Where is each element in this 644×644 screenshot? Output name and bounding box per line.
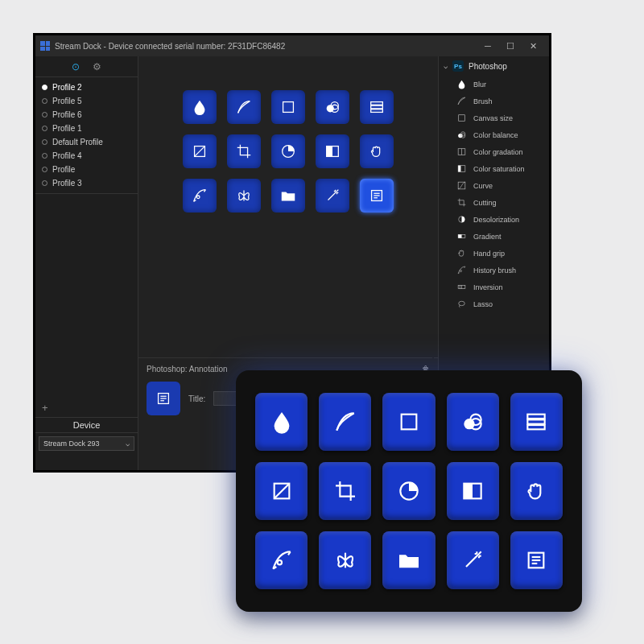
- add-profile-button[interactable]: +: [35, 402, 138, 418]
- window-title: Stream Dock - Device connected serial nu…: [55, 42, 285, 51]
- action-item[interactable]: Gradient: [439, 228, 549, 245]
- editor-breadcrumb: Photoshop: Annotation: [147, 365, 228, 374]
- key-wand[interactable]: [316, 179, 349, 213]
- action-item[interactable]: Color gradation: [439, 143, 549, 160]
- saturation-icon: [456, 163, 467, 174]
- action-item[interactable]: History brush: [439, 262, 549, 279]
- hand-icon: [456, 248, 467, 258]
- hw-key-butterfly: [319, 531, 371, 589]
- action-label: Cutting: [473, 199, 497, 207]
- profile-item[interactable]: Profile 3: [35, 176, 138, 190]
- profile-label: Profile 3: [52, 179, 82, 188]
- canvas-icon: [456, 113, 467, 123]
- key-canvas[interactable]: [271, 90, 305, 124]
- key-history[interactable]: [183, 179, 217, 213]
- profile-item[interactable]: Profile 1: [35, 122, 138, 135]
- action-item[interactable]: Blur: [439, 76, 549, 93]
- key-crop[interactable]: [227, 134, 261, 168]
- action-item[interactable]: Color saturation: [439, 160, 549, 177]
- device-select[interactable]: Stream Dock 293 ⌵: [39, 436, 134, 451]
- action-item[interactable]: Lasso: [439, 295, 549, 312]
- hw-key-crop-diag: [255, 462, 308, 520]
- chevron-down-icon: ⌵: [444, 62, 448, 70]
- key-blur[interactable]: [183, 90, 217, 124]
- action-item[interactable]: Color balance: [439, 126, 549, 143]
- device-cable: [432, 338, 434, 372]
- hw-key-split: [447, 462, 499, 520]
- hw-key-crop: [319, 462, 371, 520]
- action-label: Inversion: [473, 283, 503, 291]
- action-label: Lasso: [473, 300, 493, 308]
- category-header[interactable]: ⌵ Ps Photoshop: [439, 56, 549, 76]
- key-split[interactable]: [316, 134, 349, 168]
- key-hand[interactable]: [360, 134, 394, 168]
- profile-label: Profile 4: [52, 151, 82, 160]
- action-label: Color saturation: [473, 165, 525, 173]
- profile-label: Profile 1: [52, 124, 82, 133]
- key-grid: [138, 56, 438, 235]
- key-pie[interactable]: [271, 134, 305, 168]
- profile-list: Profile 2Profile 5Profile 6Profile 1Defa…: [35, 77, 138, 193]
- hw-key-pie: [382, 462, 435, 520]
- photoshop-icon: Ps: [452, 60, 464, 72]
- home-tab-icon[interactable]: ⊙: [72, 61, 80, 72]
- action-item[interactable]: Canvas size: [439, 109, 549, 126]
- close-button[interactable]: ✕: [522, 35, 544, 56]
- profile-label: Profile 6: [52, 110, 82, 119]
- profile-item[interactable]: Profile 2: [35, 80, 138, 94]
- radio-icon: [42, 180, 47, 186]
- app-icon: [40, 41, 50, 51]
- hw-key-folder: [382, 531, 435, 589]
- key-colorbalance[interactable]: [316, 90, 349, 124]
- lasso-icon: [456, 299, 467, 309]
- maximize-button[interactable]: ☐: [499, 35, 522, 56]
- history-icon: [456, 265, 467, 275]
- title-label: Title:: [188, 394, 205, 403]
- sidebar: ⊙ ⚙ Profile 2Profile 5Profile 6Profile 1…: [35, 56, 138, 470]
- titlebar[interactable]: Stream Dock - Device connected serial nu…: [35, 35, 549, 56]
- action-item[interactable]: Desolorization: [439, 211, 549, 228]
- radio-icon: [42, 85, 47, 90]
- gradient-icon: [456, 231, 467, 242]
- key-annotation[interactable]: [360, 179, 394, 213]
- action-item[interactable]: Brush: [439, 93, 549, 109]
- action-item[interactable]: Hand grip: [439, 245, 549, 262]
- action-item[interactable]: Curve: [439, 177, 549, 194]
- profile-label: Profile 2: [52, 83, 82, 92]
- key-brush[interactable]: [227, 90, 261, 124]
- desat-icon: [456, 214, 467, 225]
- hw-key-filter: [510, 393, 563, 451]
- key-preview[interactable]: [147, 382, 180, 415]
- device-header: Device: [35, 418, 138, 433]
- profile-label: Profile: [52, 165, 75, 174]
- key-crop-diag[interactable]: [183, 134, 217, 168]
- key-folder[interactable]: [271, 179, 305, 213]
- radio-icon: [42, 153, 47, 159]
- profile-item[interactable]: Profile 5: [35, 94, 138, 108]
- profile-item[interactable]: Default Profile: [35, 135, 138, 149]
- action-item[interactable]: Inversion: [439, 279, 549, 295]
- profile-item[interactable]: Profile: [35, 163, 138, 176]
- curve-icon: [456, 180, 467, 191]
- radio-icon: [42, 98, 47, 104]
- brush-icon: [456, 96, 467, 106]
- profile-item[interactable]: Profile 6: [35, 108, 138, 122]
- minimize-button[interactable]: ─: [477, 35, 499, 56]
- profile-label: Profile 5: [52, 97, 82, 105]
- settings-tab-icon[interactable]: ⚙: [93, 61, 101, 72]
- inversion-icon: [456, 282, 467, 292]
- action-label: Canvas size: [473, 114, 513, 122]
- profile-item[interactable]: Profile 4: [35, 149, 138, 163]
- key-butterfly[interactable]: [227, 179, 261, 213]
- action-label: Brush: [473, 97, 493, 105]
- key-filter[interactable]: [360, 90, 394, 124]
- radio-icon: [42, 126, 47, 131]
- device-select-value: Stream Dock 293: [43, 440, 100, 448]
- hw-key-blur: [255, 393, 308, 451]
- gradation-icon: [456, 147, 467, 157]
- profile-label: Default Profile: [52, 138, 103, 147]
- action-label: Color gradation: [473, 148, 523, 156]
- hw-key-colorbalance: [447, 393, 499, 451]
- action-item[interactable]: Cutting: [439, 194, 549, 211]
- crop-icon: [456, 197, 467, 208]
